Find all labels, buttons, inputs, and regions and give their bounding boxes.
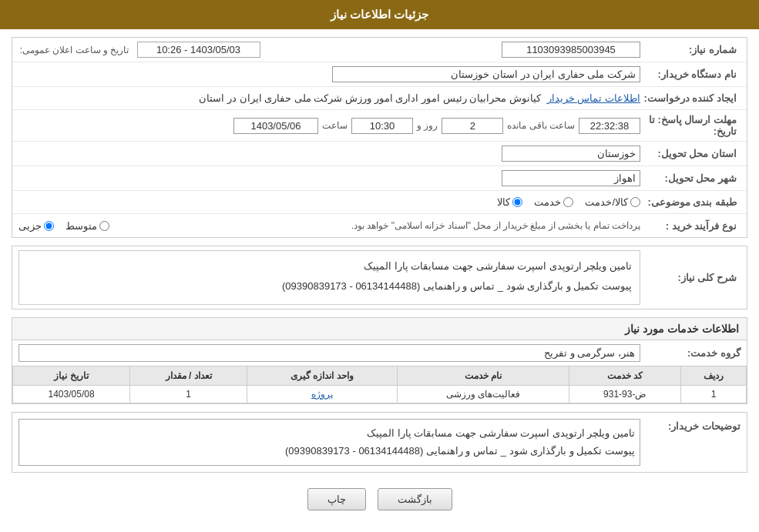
page-title: جزئیات اطلاعات نیاز (331, 8, 428, 21)
deadline-remaining-label: ساعت باقی مانده (507, 120, 575, 131)
requester-contact-link[interactable]: اطلاعات تماس خریدار (547, 92, 640, 104)
deadline-time-value: 10:30 (351, 118, 413, 134)
requester-row: ایجاد کننده درخواست: اطلاعات تماس خریدار… (12, 87, 747, 110)
need-description-row: شرح کلی نیاز: تامین ویلچر ارتوپدی اسپرت … (12, 246, 747, 309)
need-description-content: تامین ویلچر ارتوپدی اسپرت سفارشی جهت مسا… (18, 250, 640, 305)
page-header: جزئیات اطلاعات نیاز (0, 0, 759, 29)
need-description-line2: پیوست تکمیل و بارگذاری شود _ تماس و راهن… (27, 277, 632, 295)
buyer-description-section: توضیحات خریدار: تامین ویلچر ارتوپدی اسپر… (12, 412, 747, 473)
category-goods-label: کالا (497, 196, 510, 208)
purchase-partial-label: جزیی (18, 220, 42, 232)
main-info-section: شماره نیاز: 1103093985003945 1403/05/03 … (12, 37, 747, 238)
purchase-type-label: نوع فرآیند خرید : (640, 220, 741, 232)
service-group-value: هنر، سرگرمی و تفریح (18, 344, 640, 362)
table-header-row: ردیف کد خدمت نام خدمت واحد اندازه گیری ت… (13, 366, 747, 385)
category-service-item: خدمت (534, 196, 573, 208)
need-number-label: شماره نیاز: (640, 44, 741, 55)
purchase-note-text: پرداخت تمام یا بخشی از مبلغ خریدار از مح… (351, 220, 640, 231)
service-group-label: گروه خدمت: (640, 347, 741, 359)
deadline-label: مهلت ارسال پاسخ: تا تاریخ: (640, 114, 741, 137)
row-service-name: فعالیت‌های ورزشی (397, 385, 569, 403)
deadline-datetime: 22:32:38 ساعت باقی مانده 2 روز و 10:30 س… (233, 118, 640, 134)
deadline-time-label: ساعت (322, 120, 348, 131)
buyer-org-label: نام دستگاه خریدار: (640, 69, 741, 80)
deadline-row: مهلت ارسال پاسخ: تا تاریخ: 22:32:38 ساعت… (12, 110, 747, 142)
need-description-line1: تامین ویلچر ارتوپدی اسپرت سفارشی جهت مسا… (27, 257, 632, 275)
province-row: استان محل تحویل: خوزستان (12, 142, 747, 166)
purchase-partial-item: جزیی (18, 220, 54, 232)
deadline-remaining-value: 22:32:38 (579, 118, 640, 134)
buyer-description-row: توضیحات خریدار: تامین ویلچر ارتوپدی اسپر… (12, 413, 747, 472)
print-button[interactable]: چاپ (307, 488, 366, 510)
purchase-medium-label: متوسط (65, 220, 97, 232)
row-need-date: 1403/05/08 (13, 385, 130, 403)
city-value: اهواز (502, 170, 640, 186)
row-unit: پروژه (247, 385, 398, 403)
row-code: ض-93-931 (569, 385, 681, 403)
col-num: ردیف (681, 366, 747, 385)
row-qty: 1 (130, 385, 247, 403)
service-info-title: اطلاعات خدمات مورد نیاز (12, 318, 747, 340)
deadline-date-value: 1403/05/06 (233, 118, 318, 134)
announce-row: 1403/05/03 - 10:26 تاریخ و ساعت اعلان عم… (18, 42, 260, 58)
purchase-medium-item: متوسط (65, 220, 109, 232)
category-row: طبقه بندی موضوعی: کالا/خدمت خدمت کالا (12, 191, 747, 214)
category-goods-service-item: کالا/خدمت (585, 196, 640, 208)
city-row: شهر محل تحویل: اهواز (12, 166, 747, 191)
province-label: استان محل تحویل: (640, 148, 741, 159)
category-goods-service-label: کالا/خدمت (585, 196, 628, 208)
col-unit: واحد اندازه گیری (247, 366, 398, 385)
back-button[interactable]: بازگشت (378, 488, 452, 510)
category-radio-group: کالا/خدمت خدمت کالا (497, 196, 640, 208)
category-goods-item: کالا (497, 196, 522, 208)
category-label: طبقه بندی موضوعی: (640, 196, 741, 208)
purchase-type-group: پرداخت تمام یا بخشی از مبلغ خریدار از مح… (18, 220, 640, 232)
buyer-description-label: توضیحات خریدار: (640, 419, 741, 432)
purchase-medium-radio[interactable] (99, 221, 109, 231)
col-code: کد خدمت (569, 366, 681, 385)
need-number-value: 1103093985003945 (502, 42, 640, 58)
category-service-label: خدمت (534, 196, 561, 208)
service-group-row: گروه خدمت: هنر، سرگرمی و تفریح (12, 340, 747, 366)
category-goods-radio[interactable] (512, 197, 522, 207)
category-goods-service-radio[interactable] (630, 197, 640, 207)
category-service-radio[interactable] (563, 197, 573, 207)
deadline-days-value: 2 (442, 118, 503, 134)
buyer-description-content: تامین ویلچر ارتوپدی اسپرت سفارشی جهت مسا… (18, 419, 640, 466)
requester-value: کیانوش محرابیان رئیس امور اداری امور ورز… (18, 92, 541, 104)
buyer-desc-line1: تامین ویلچر ارتوپدی اسپرت سفارشی جهت مسا… (24, 424, 635, 442)
announce-date-label: تاریخ و ساعت اعلان عمومی: (20, 45, 129, 55)
purchase-radio-group: متوسط جزیی (18, 220, 109, 232)
city-label: شهر محل تحویل: (640, 172, 741, 184)
buyer-org-row: نام دستگاه خریدار: شرکت ملی حفاری ایران … (12, 62, 747, 87)
table-row: 1 ض-93-931 فعالیت‌های ورزشی پروژه 1 1403… (13, 385, 747, 403)
province-value: خوزستان (502, 146, 640, 162)
col-qty: تعداد / مقدار (130, 366, 247, 385)
service-table: ردیف کد خدمت نام خدمت واحد اندازه گیری ت… (12, 366, 747, 403)
need-number-row: شماره نیاز: 1103093985003945 1403/05/03 … (12, 38, 747, 62)
col-date: تاریخ نیاز (13, 366, 130, 385)
need-description-label: شرح کلی نیاز: (640, 272, 741, 283)
purchase-partial-radio[interactable] (44, 221, 54, 231)
buyer-desc-line2: پیوست تکمیل و بارگذاری شود _ تماس و راهن… (24, 442, 635, 460)
buyer-org-value: شرکت ملی حفاری ایران در استان خوزستان (332, 66, 640, 82)
purchase-type-row: نوع فرآیند خرید : پرداخت تمام یا بخشی از… (12, 214, 747, 237)
row-num: 1 (681, 385, 747, 403)
requester-label: ایجاد کننده درخواست: (640, 92, 741, 104)
action-buttons: بازگشت چاپ (12, 480, 747, 518)
need-description-section: شرح کلی نیاز: تامین ویلچر ارتوپدی اسپرت … (12, 246, 747, 309)
deadline-day-label: روز و (417, 120, 438, 131)
col-name: نام خدمت (397, 366, 569, 385)
service-info-section: اطلاعات خدمات مورد نیاز گروه خدمت: هنر، … (12, 317, 747, 404)
announce-date-value: 1403/05/03 - 10:26 (137, 42, 260, 58)
